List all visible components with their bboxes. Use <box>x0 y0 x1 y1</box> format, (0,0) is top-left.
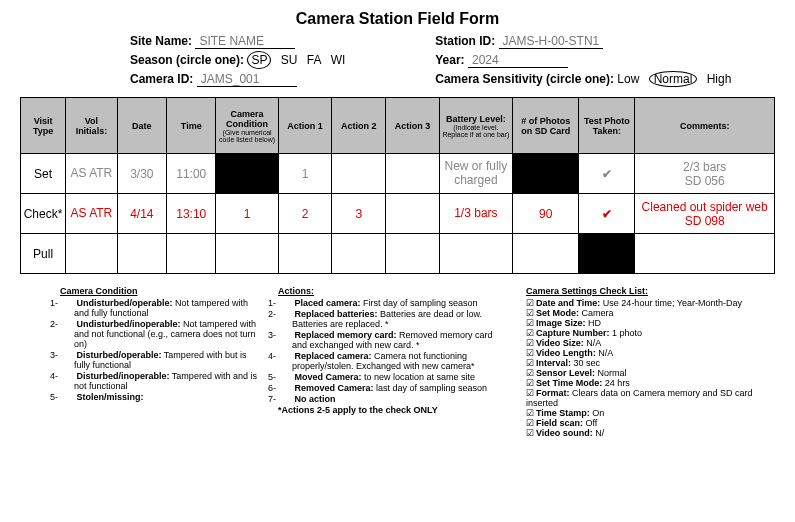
year-value: 2024 <box>468 53 568 68</box>
actions-footer: *Actions 2-5 apply to the check ONLY <box>278 405 508 415</box>
th-test: Test Photo Taken: <box>579 98 635 154</box>
season-fa: FA <box>307 53 322 67</box>
row-type: Pull <box>21 234 66 274</box>
table-cell: 3/30 <box>117 154 166 194</box>
site-name-value: SITE NAME <box>195 34 295 49</box>
table-cell: 2/3 barsSD 056 <box>635 154 775 194</box>
legend-item: 5- Moved Camera: to new location at same… <box>292 372 508 382</box>
settings-item: Video Length: N/A <box>526 348 756 358</box>
table-cell <box>332 154 386 194</box>
table-cell: 4/14 <box>117 194 166 234</box>
table-cell: ✔ <box>579 194 635 234</box>
table-cell <box>278 234 332 274</box>
settings-item: Image Size: HD <box>526 318 756 328</box>
season-su: SU <box>281 53 298 67</box>
th-visit: Visit Type <box>21 98 66 154</box>
th-time: Time <box>167 98 216 154</box>
settings-item: Time Stamp: On <box>526 408 756 418</box>
th-a3: Action 3 <box>386 98 440 154</box>
station-id-label: Station ID: <box>435 34 495 48</box>
table-cell: Cleaned out spider webSD 098 <box>635 194 775 234</box>
table-cell <box>332 234 386 274</box>
row-type: Set <box>21 154 66 194</box>
legend-item: 3- Replaced memory card: Removed memory … <box>292 330 508 350</box>
legend-actions: Actions: 1- Placed camera: First day of … <box>278 286 508 415</box>
table-cell: 2 <box>278 194 332 234</box>
table-cell: 1 <box>278 154 332 194</box>
table-cell <box>386 194 440 234</box>
legend-item: 2- Replaced batteries: Batteries are dea… <box>292 309 508 329</box>
table-cell: 1/3 bars <box>439 194 512 234</box>
settings-item: Field scan: Off <box>526 418 756 428</box>
season-wi: WI <box>331 53 346 67</box>
th-initials: Vol Initials: <box>66 98 118 154</box>
table-cell <box>386 154 440 194</box>
table-cell <box>512 234 579 274</box>
table-cell <box>216 154 278 194</box>
camera-id-label: Camera ID: <box>130 72 193 86</box>
legend-item: 7- No action <box>292 394 508 404</box>
settings-item: Sensor Level: Normal <box>526 368 756 378</box>
form-title: Camera Station Field Form <box>20 10 775 28</box>
th-condition: Camera Condition(Give numerical code lis… <box>216 98 278 154</box>
legend-item: 1- Undisturbed/operable: Not tampered wi… <box>74 298 260 318</box>
settings-item: Capture Number: 1 photo <box>526 328 756 338</box>
sensitivity-high: High <box>707 72 732 86</box>
th-a2: Action 2 <box>332 98 386 154</box>
station-id-value: JAMS-H-00-STN1 <box>499 34 604 49</box>
table-cell: 11:00 <box>167 154 216 194</box>
table-cell <box>635 234 775 274</box>
table-cell <box>512 154 579 194</box>
legend-item: 4- Replaced camera: Camera not functioni… <box>292 351 508 371</box>
data-table: Visit Type Vol Initials: Date Time Camer… <box>20 97 775 274</box>
table-cell <box>579 234 635 274</box>
th-photos: # of Photos on SD Card <box>512 98 579 154</box>
table-cell <box>167 234 216 274</box>
legend-item: 1- Placed camera: First day of sampling … <box>292 298 508 308</box>
th-date: Date <box>117 98 166 154</box>
year-label: Year: <box>435 53 464 67</box>
settings-item: Video Size: N/A <box>526 338 756 348</box>
sensitivity-low: Low <box>617 72 639 86</box>
sensitivity-normal: Normal <box>649 71 698 87</box>
table-cell: 1 <box>216 194 278 234</box>
table-cell: 90 <box>512 194 579 234</box>
season-label: Season (circle one): <box>130 53 244 67</box>
legend-item: 2- Undisturbed/inoperable: Not tampered … <box>74 319 260 349</box>
table-cell: AS ATR <box>66 194 118 234</box>
settings-item: Video sound: N/ <box>526 428 756 438</box>
settings-item: Interval: 30 sec <box>526 358 756 368</box>
table-cell <box>386 234 440 274</box>
legend-settings: Camera Settings Check List: Date and Tim… <box>526 286 756 438</box>
settings-item: Date and Time: Use 24-hour time; Year-Mo… <box>526 298 756 308</box>
table-cell <box>216 234 278 274</box>
settings-item: Format: Clears data on Camera memory and… <box>526 388 756 408</box>
table-cell: 3 <box>332 194 386 234</box>
sensitivity-label: Camera Sensitivity (circle one): <box>435 72 614 86</box>
legend-item: 6- Removed Camera: last day of sampling … <box>292 383 508 393</box>
table-cell: ✔ <box>579 154 635 194</box>
table-cell: New or fully charged <box>439 154 512 194</box>
row-type: Check* <box>21 194 66 234</box>
site-name-label: Site Name: <box>130 34 192 48</box>
table-cell: 13:10 <box>167 194 216 234</box>
legend-item: 3- Disturbed/operable: Tampered with but… <box>74 350 260 370</box>
settings-item: Set Mode: Camera <box>526 308 756 318</box>
season-sp: SP <box>247 51 271 69</box>
settings-item: Set Time Mode: 24 hrs <box>526 378 756 388</box>
th-comments: Comments: <box>635 98 775 154</box>
th-a1: Action 1 <box>278 98 332 154</box>
table-cell <box>439 234 512 274</box>
camera-id-value: JAMS_001 <box>197 72 297 87</box>
table-cell: AS ATR <box>66 154 118 194</box>
legend-item: 4- Disturbed/inoperable: Tampered with a… <box>74 371 260 391</box>
legend-item: 5- Stolen/missing: <box>74 392 260 402</box>
table-cell <box>117 234 166 274</box>
table-cell <box>66 234 118 274</box>
th-battery: Battery Level:(Indicate level. Replace i… <box>439 98 512 154</box>
legend-condition: Camera Condition 1- Undisturbed/operable… <box>60 286 260 403</box>
